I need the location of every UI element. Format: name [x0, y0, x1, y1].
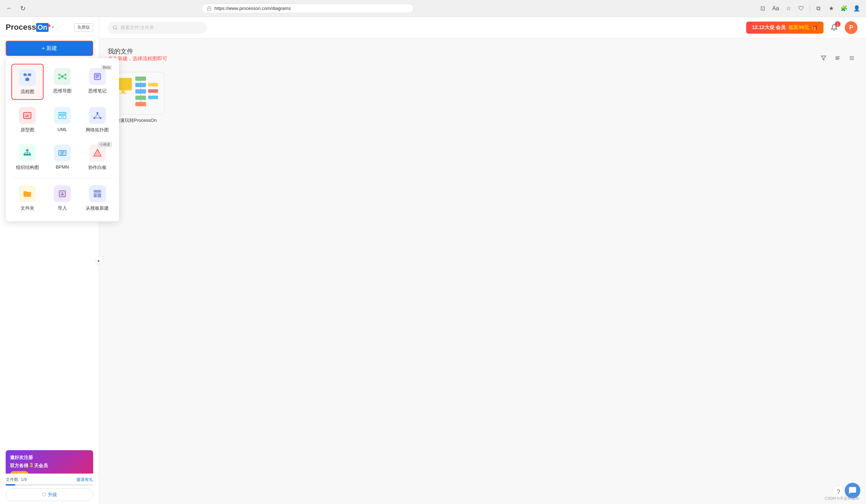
- svg-rect-3: [26, 78, 29, 81]
- url-text: https://www.processon.com/diagrams: [214, 6, 291, 11]
- svg-rect-55: [94, 190, 101, 193]
- org-icon: [19, 145, 36, 162]
- svg-rect-80: [148, 83, 158, 86]
- dropdown-item-whiteboard[interactable]: 小画桌 协作白板: [81, 140, 113, 175]
- svg-rect-23: [58, 112, 66, 114]
- dropdown-grid: 流程图: [11, 64, 113, 175]
- folder-label: 文件夹: [21, 205, 34, 211]
- content-body: 我的文件 点击新建，选择流程图即可: [99, 39, 866, 132]
- prototype-label: 原型图: [21, 127, 34, 133]
- svg-text:UI: UI: [25, 114, 29, 118]
- prototype-icon: UI: [19, 107, 36, 124]
- sidebar-header: ProcessOn ▾ 免费版: [0, 17, 99, 36]
- logo-dropdown-arrow[interactable]: ▾: [52, 25, 54, 30]
- import-icon: [54, 185, 71, 202]
- svg-point-9: [64, 74, 66, 75]
- sidebar: ProcessOn ▾ 免费版 + 新建: [0, 17, 99, 504]
- collections-button[interactable]: ★: [826, 4, 836, 13]
- notification-button[interactable]: 1: [828, 21, 840, 34]
- uml-label: UML: [57, 127, 67, 132]
- svg-rect-35: [26, 149, 29, 151]
- promo-header-price: 低至99元: [788, 24, 809, 31]
- divider: [810, 5, 810, 12]
- shield-button[interactable]: 🛡: [796, 4, 806, 13]
- promo-header-text: 12.12大促 会员: [752, 24, 786, 31]
- svg-line-12: [60, 77, 61, 78]
- bpmn-label: BPMN: [56, 164, 69, 170]
- sidebar-toggle-button[interactable]: ⧉: [814, 4, 823, 13]
- promo-header-banner[interactable]: 12.12大促 会员 低至99元 🎁: [746, 22, 823, 34]
- svg-rect-0: [207, 8, 211, 10]
- svg-rect-70: [119, 93, 127, 94]
- logo-text: ProcessOn: [6, 23, 50, 32]
- svg-point-31: [100, 117, 101, 119]
- dropdown-item-import[interactable]: 导入: [46, 181, 79, 216]
- free-badge-button[interactable]: 免费版: [74, 23, 93, 32]
- folder-icon: [19, 185, 36, 202]
- search-icon: [113, 25, 118, 30]
- dropdown-divider: [11, 178, 113, 178]
- svg-point-30: [93, 117, 95, 119]
- progress-bar: [6, 484, 93, 486]
- whiteboard-label: 协作白板: [88, 164, 107, 171]
- back-button[interactable]: ←: [4, 4, 14, 13]
- invite-link[interactable]: 邀请有礼: [76, 477, 93, 483]
- split-screen-button[interactable]: ⊡: [758, 4, 768, 13]
- dropdown-grid-bottom: 文件夹 导入: [11, 181, 113, 216]
- dropdown-item-template[interactable]: 从模板新建: [81, 181, 113, 216]
- sidebar-collapse-button[interactable]: ▸: [95, 256, 103, 265]
- address-bar[interactable]: https://www.processon.com/diagrams: [201, 4, 414, 13]
- svg-rect-69: [121, 90, 125, 93]
- extensions-button[interactable]: 🧩: [839, 4, 849, 13]
- sort-button[interactable]: [832, 52, 843, 64]
- beta-badge: Beta: [101, 65, 112, 70]
- svg-line-59: [116, 29, 117, 30]
- profile-button[interactable]: 👤: [852, 4, 862, 13]
- mindmap-label: 思维导图: [53, 88, 72, 94]
- import-label: 导入: [58, 205, 67, 211]
- search-box[interactable]: 搜索文件/文件夹: [108, 22, 207, 34]
- svg-point-10: [64, 78, 66, 79]
- refresh-button[interactable]: ↻: [18, 4, 28, 13]
- svg-rect-71: [135, 77, 146, 81]
- svg-rect-37: [26, 154, 29, 155]
- mindmap-icon: [54, 68, 71, 85]
- file-count-label: 文件数: 1/9: [6, 477, 27, 483]
- header-icons: 1 P: [828, 21, 857, 34]
- svg-line-14: [63, 77, 64, 78]
- svg-marker-49: [94, 149, 101, 156]
- svg-rect-73: [135, 89, 146, 94]
- dropdown-item-org[interactable]: 组织结构图: [11, 140, 44, 175]
- svg-rect-26: [63, 115, 66, 119]
- avatar[interactable]: P: [845, 21, 857, 34]
- flowchart-label: 流程图: [21, 89, 34, 95]
- upgrade-button[interactable]: ♡ 升级: [6, 488, 93, 501]
- svg-line-13: [63, 75, 64, 76]
- dropdown-menu: 流程图: [6, 58, 119, 221]
- dropdown-item-mindnote[interactable]: Beta 思维笔记: [81, 64, 113, 100]
- svg-rect-25: [58, 115, 62, 119]
- new-button[interactable]: + 新建: [6, 41, 93, 56]
- svg-rect-36: [24, 154, 26, 155]
- browser-chrome: ← ↻ https://www.processon.com/diagrams ⊡…: [0, 0, 866, 17]
- reader-mode-button[interactable]: Aa: [771, 4, 781, 13]
- dropdown-item-flowchart[interactable]: 流程图: [11, 64, 44, 100]
- file-count: 文件数: 1/9 邀请有礼: [6, 477, 93, 483]
- main-content: 搜索文件/文件夹 12.12大促 会员 低至99元 🎁 1 P: [99, 17, 866, 504]
- mindnote-label: 思维笔记: [88, 88, 107, 94]
- dropdown-item-bpmn[interactable]: BPMN: [46, 140, 79, 175]
- dropdown-item-folder[interactable]: 文件夹: [11, 181, 44, 216]
- xiahuaban-badge: 小画桌: [98, 142, 112, 147]
- svg-rect-81: [148, 89, 158, 93]
- uml-icon: [54, 107, 71, 124]
- filter-button[interactable]: [818, 52, 829, 64]
- dropdown-item-network[interactable]: 网络拓扑图: [81, 103, 113, 137]
- dropdown-item-mindmap[interactable]: 思维导图: [46, 64, 79, 100]
- network-icon: [89, 107, 106, 124]
- menu-button[interactable]: [846, 52, 857, 64]
- dropdown-item-prototype[interactable]: UI 原型图: [11, 103, 44, 137]
- dropdown-item-uml[interactable]: UML: [46, 103, 79, 137]
- content-title: 我的文件: [108, 47, 167, 56]
- bookmark-button[interactable]: ☆: [783, 4, 793, 13]
- browser-actions: ⊡ Aa ☆ 🛡 ⧉ ★ 🧩 👤: [758, 4, 862, 13]
